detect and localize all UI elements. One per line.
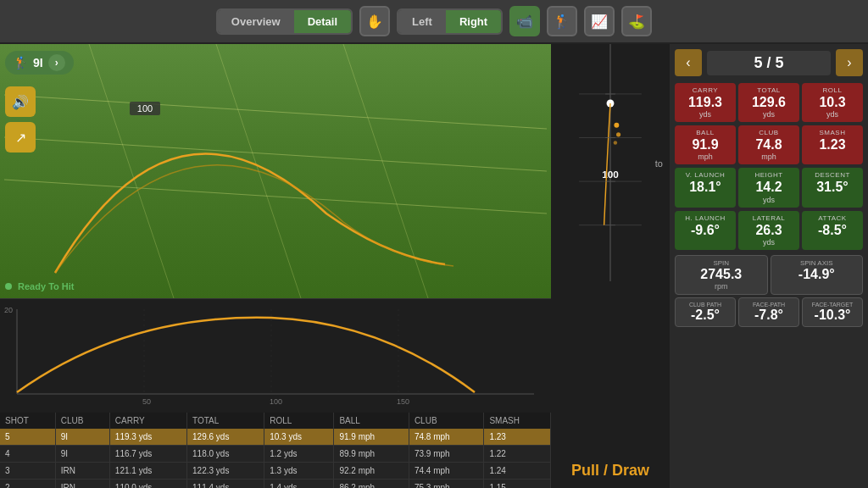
club-arrow[interactable]: › [48,54,65,71]
roll-cell: ROLL 10.3 yds [802,83,863,122]
ball-club-smash-grid: BALL 91.9 mph CLUB 74.8 mph SMASH 1.23 [675,125,863,164]
center-panel: 100 Pull / Draw t [551,44,670,488]
putt-view: 100 [551,44,670,281]
attack-cell: ATTACK -8.5° [802,211,863,250]
svg-line-2 [4,180,547,214]
descent-cell: DESCENT 31.5° [802,168,863,207]
shot-table: SHOT CLUB CARRY TOTAL ROLL BALL CLUB SMA… [0,413,551,488]
carry-cell: CARRY 119.3 yds [675,83,736,122]
spin-cell: SPIN 2745.3 rpm [675,255,768,295]
right-button[interactable]: Right [446,10,501,33]
side-controls: 🔊 ↗ [5,86,36,152]
spin-section: SPIN 2745.3 rpm SPIN AXIS -14.9° CLUB PA… [675,255,863,327]
table-area: SHOT CLUB CARRY TOTAL ROLL BALL CLUB SMA… [0,413,551,488]
col-carry: CARRY [109,413,186,429]
hlaunch-lateral-attack-grid: H. LAUNCH -9.6° LATERAL 26.3 yds ATTACK … [675,211,863,250]
col-roll: ROLL [264,413,334,429]
video-area: 100 🏌️ 9I › 🔊 ↗ [0,44,551,298]
carry-total-roll-grid: CARRY 119.3 yds TOTAL 129.6 yds ROLL 10.… [675,83,863,122]
svg-text:100: 100 [137,103,153,114]
club-path-cell: CLUB PATH -2.5° [675,297,736,327]
spin-axis-cell: SPIN AXIS -14.9° [771,255,864,295]
svg-text:100: 100 [270,397,282,406]
club-icon-btn[interactable]: 🏌️ [547,6,577,36]
hand-icon-btn[interactable]: ✋ [359,6,390,36]
col-club: CLUB [55,413,109,429]
overview-button[interactable]: Overview [218,10,294,33]
lateral-cell: LATERAL 26.3 yds [738,211,799,250]
next-shot-button[interactable]: › [836,49,863,76]
svg-line-3 [89,44,174,298]
svg-point-25 [616,132,620,136]
vlaunch-cell: V. LAUNCH 18.1° [675,168,736,207]
svg-line-1 [4,137,547,171]
svg-point-24 [614,123,619,128]
detail-button[interactable]: Detail [294,10,351,33]
hlaunch-cell: H. LAUNCH -9.6° [675,211,736,250]
svg-text:20: 20 [4,306,13,314]
table-row[interactable]: 49I116.7 yds118.0 yds1.2 yds89.9 mph73.9… [0,446,551,463]
audio-btn[interactable]: 🔊 [5,86,36,117]
col-total: TOTAL [187,413,264,429]
svg-text:50: 50 [142,397,151,406]
face-path-cell: FACE-PATH -7.8° [738,297,799,327]
club-speed-cell: CLUB 74.8 mph [738,125,799,164]
export-btn[interactable]: ↗ [5,122,36,152]
club-icon: 🏌️ [14,56,28,69]
golf-icon-btn[interactable]: ⛳ [621,6,652,36]
col-smash: SMASH [484,413,551,429]
club-indicator: 🏌️ 9I › [5,51,74,75]
left-panel: 100 🏌️ 9I › 🔊 ↗ [0,44,551,488]
left-button[interactable]: Left [398,10,446,33]
table-row[interactable]: 2IRN110.0 yds111.4 yds1.4 yds86.2 mph75.… [0,480,551,489]
to-label: to [655,158,663,169]
pull-draw-label: Pull / Draw [571,462,649,480]
total-cell: TOTAL 129.6 yds [738,83,799,122]
svg-point-26 [614,141,617,144]
table-row[interactable]: 3IRN121.1 yds122.3 yds1.3 yds92.2 mph74.… [0,463,551,480]
ready-dot [5,283,12,290]
field-svg: 100 [0,44,551,298]
chart-area: 20 50 100 150 [0,298,551,413]
prev-shot-button[interactable]: ‹ [675,49,702,76]
col-ball: BALL [334,413,409,429]
col-shot: SHOT [0,413,55,429]
path-grid: CLUB PATH -2.5° FACE-PATH -7.8° FACE-TAR… [675,297,863,327]
main-layout: 100 🏌️ 9I › 🔊 ↗ [0,44,868,488]
right-panel: ‹ 5 / 5 › CARRY 119.3 yds TOTAL 129.6 yd… [670,44,868,488]
table-row[interactable]: 59I119.3 yds129.6 yds10.3 yds91.9 mph74.… [0,429,551,446]
launch-height-descent-grid: V. LAUNCH 18.1° HEIGHT 14.2 yds DESCENT … [675,168,863,207]
svg-line-5 [343,44,428,298]
camera-icon-btn[interactable]: 📹 [509,6,540,36]
hand-toggle: Left Right [397,8,503,35]
spin-grid: SPIN 2745.3 rpm SPIN AXIS -14.9° [675,255,863,295]
col-club-speed: CLUB [409,413,483,429]
face-target-cell: FACE-TARGET -10.3° [802,297,863,327]
golf-field: 100 [0,44,551,298]
club-name: 9I [33,56,43,69]
smash-cell: SMASH 1.23 [802,125,863,164]
trajectory-icon-btn[interactable]: 📈 [584,6,615,36]
shot-count: 5 / 5 [707,51,831,75]
view-toggle: Overview Detail [216,8,353,35]
svg-text:100: 100 [602,169,619,180]
nav-row: ‹ 5 / 5 › [675,49,863,76]
height-cell: HEIGHT 14.2 yds [738,168,799,207]
ready-to-hit: Ready To Hit [5,281,74,291]
ball-cell: BALL 91.9 mph [675,125,736,164]
putt-svg: 100 [551,44,670,281]
chart-svg: 20 50 100 150 [0,299,551,413]
top-bar: Overview Detail ✋ Left Right 📹 🏌️ 📈 ⛳ [0,0,868,44]
svg-text:150: 150 [397,397,409,406]
svg-line-0 [4,95,547,129]
